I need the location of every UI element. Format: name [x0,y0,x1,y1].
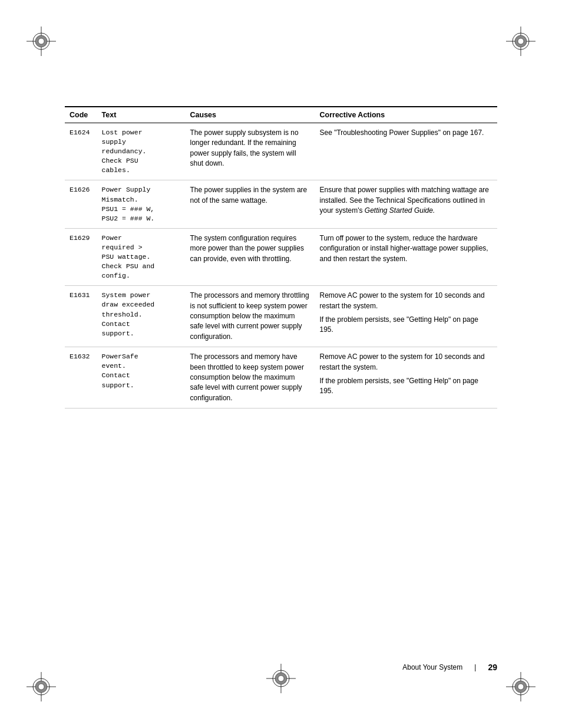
error-causes: The system configuration requires more p… [186,228,315,285]
error-corrective: Turn off power to the system, reduce the… [315,228,497,285]
svg-point-4 [38,38,44,44]
corrective-part-1: Remove AC power to the system for 10 sec… [320,352,492,373]
table-row: E1626 Power SupplyMismatch.PSU1 = ### W,… [65,180,497,228]
error-corrective: See "Troubleshooting Power Supplies" on … [315,123,497,180]
error-causes: The processors and memory throttling is … [186,286,315,347]
error-text: PowerSafeevent.Contactsupport. [97,347,186,409]
error-causes: The power supplies in the system are not… [186,180,315,228]
svg-point-9 [518,38,524,44]
content-area: Code Text Causes Corrective Actions E162… [65,106,497,409]
corner-mark-top-left [24,24,59,59]
table-row: E1632 PowerSafeevent.Contactsupport. The… [65,347,497,409]
page-container: Code Text Causes Corrective Actions E162… [0,0,562,728]
corner-mark-top-right [503,24,538,59]
table-row: E1629 Powerrequired >PSU wattage.Check P… [65,228,497,285]
table-row: E1631 System powerdraw exceededthreshold… [65,286,497,347]
error-text: System powerdraw exceededthreshold.Conta… [97,286,186,347]
table-row: E1624 Lost powersupplyredundancy.Check P… [65,123,497,180]
error-code: E1624 [65,123,97,180]
col-header-code: Code [65,107,97,123]
footer-separator: | [474,663,476,671]
svg-point-14 [38,684,44,690]
error-corrective: Ensure that power supplies with matching… [315,180,497,228]
corrective-part-1: Remove AC power to the system for 10 sec… [320,291,492,311]
corrective-part-2: If the problem persists, see "Getting He… [320,376,492,397]
error-codes-table: Code Text Causes Corrective Actions E162… [65,106,497,409]
error-causes: The power supply subsystem is no longer … [186,123,315,180]
corner-mark-bottom-right [503,669,538,704]
error-corrective: Remove AC power to the system for 10 sec… [315,347,497,409]
error-text: Power SupplyMismatch.PSU1 = ### W,PSU2 =… [97,180,186,228]
col-header-causes: Causes [186,107,315,123]
error-text: Lost powersupplyredundancy.Check PSUcabl… [97,123,186,180]
svg-point-24 [278,676,284,681]
footer-section-label: About Your System [402,663,462,671]
col-header-text: Text [97,107,186,123]
svg-point-19 [518,684,524,690]
error-corrective: Remove AC power to the system for 10 sec… [315,286,497,347]
bottom-center-registration-mark [263,661,299,699]
error-text: Powerrequired >PSU wattage.Check PSU and… [97,228,186,285]
page-number: 29 [488,663,497,672]
error-code: E1629 [65,228,97,285]
corner-mark-bottom-left [24,669,59,704]
corrective-part-2: If the problem persists, see "Getting He… [320,315,492,335]
error-code: E1632 [65,347,97,409]
error-causes: The processors and memory have been thro… [186,347,315,409]
error-code: E1631 [65,286,97,347]
error-code: E1626 [65,180,97,228]
col-header-corrective: Corrective Actions [315,107,497,123]
